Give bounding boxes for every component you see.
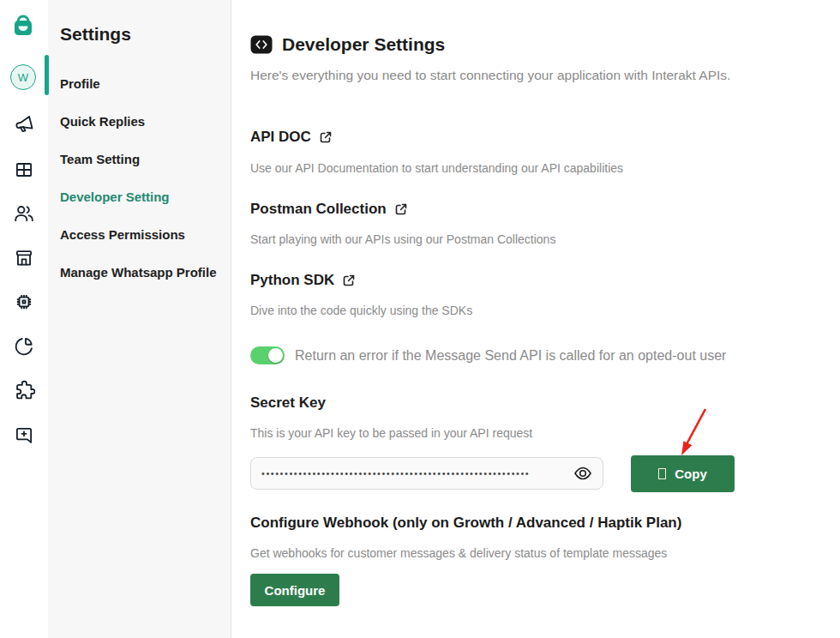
page-title: Developer Settings (282, 34, 445, 55)
copy-glyph-icon (658, 468, 666, 479)
sidebar-item-manage-whatsapp-profile[interactable]: Manage Whatsapp Profile (48, 253, 231, 291)
page-subtitle: Here's everything you need to start conn… (250, 68, 730, 83)
api-doc-label: API DOC (250, 129, 311, 146)
webhook-title: Configure Webhook (only on Growth / Adva… (250, 515, 681, 532)
postman-collection-link[interactable]: Postman Collection (250, 201, 408, 218)
secret-key-field[interactable]: ••••••••••••••••••••••••••••••••••••••••… (250, 457, 603, 490)
pie-chart-icon[interactable] (13, 335, 35, 358)
python-sdk-desc: Dive into the code quickly using the SDK… (250, 304, 472, 317)
masked-secret-key: ••••••••••••••••••••••••••••••••••••••••… (261, 457, 573, 490)
external-link-icon (319, 130, 333, 144)
sidebar-item-quick-replies[interactable]: Quick Replies (48, 102, 231, 140)
webhook-desc: Get webhooks for customer messages & del… (250, 546, 667, 560)
code-icon (250, 35, 273, 54)
sidebar-item-team-setting[interactable]: Team Setting (48, 140, 231, 178)
api-doc-desc: Use our API Documentation to start under… (250, 161, 623, 175)
puzzle-icon[interactable] (13, 380, 35, 402)
toggle-label: Return an error if the Message Send API … (295, 348, 726, 364)
settings-nav: Profile Quick Replies Team Setting Devel… (48, 64, 231, 291)
postman-collection-label: Postman Collection (250, 201, 387, 218)
workspace-avatar[interactable]: W (10, 64, 36, 90)
configure-button[interactable]: Configure (250, 574, 339, 606)
megaphone-icon[interactable] (13, 113, 35, 135)
external-link-icon (394, 202, 408, 216)
sidebar-item-profile[interactable]: Profile (48, 64, 231, 102)
api-doc-link[interactable]: API DOC (250, 129, 333, 146)
settings-sidebar: Settings Profile Quick Replies Team Sett… (48, 0, 231, 638)
users-icon[interactable] (13, 202, 35, 225)
external-link-icon (342, 274, 356, 287)
developer-settings-panel: Developer Settings Here's everything you… (231, 0, 840, 638)
storefront-icon[interactable] (13, 247, 35, 269)
opted-out-toggle-row: Return an error if the Message Send API … (250, 346, 726, 364)
secret-key-desc: This is your API key to be passed in you… (250, 426, 532, 440)
interakt-bag-logo[interactable] (9, 13, 38, 42)
copy-label: Copy (675, 466, 707, 481)
opted-out-toggle[interactable] (250, 346, 285, 364)
toggle-knob (268, 348, 283, 363)
secret-key-title: Secret Key (250, 394, 326, 412)
eye-icon[interactable] (573, 464, 592, 483)
chat-add-icon[interactable] (13, 424, 35, 447)
page-header: Developer Settings (250, 34, 445, 55)
sidebar-item-developer-setting[interactable]: Developer Setting (48, 178, 231, 215)
sidebar-item-access-permissions[interactable]: Access Permissions (48, 215, 231, 253)
chip-icon[interactable] (13, 291, 35, 313)
active-workspace-indicator (45, 55, 49, 95)
postman-collection-desc: Start playing with our APIs using our Po… (250, 232, 555, 246)
copy-button[interactable]: Copy (631, 455, 735, 492)
sidebar-title: Settings (48, 0, 231, 45)
python-sdk-label: Python SDK (250, 272, 334, 289)
grid-icon[interactable] (13, 159, 35, 181)
icon-rail: W (0, 0, 48, 638)
python-sdk-link[interactable]: Python SDK (250, 272, 356, 289)
